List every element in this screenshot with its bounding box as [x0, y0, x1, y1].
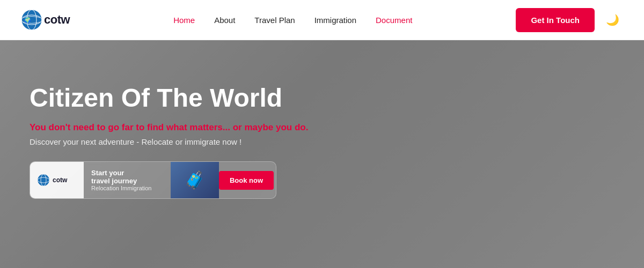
header-right: Get In Touch 🌙: [516, 8, 623, 32]
nav-item-travel-plan[interactable]: Travel Plan: [254, 16, 295, 25]
promo-banner: cotw Start your travel journey Relocatio…: [30, 161, 276, 199]
banner-globe-icon: [38, 174, 49, 186]
banner-relocation-text: Relocation Immigration: [91, 185, 163, 191]
hero-title: Citizen Of The World: [30, 83, 333, 113]
nav-item-document[interactable]: Document: [376, 16, 412, 25]
banner-journey-text: travel journey: [91, 177, 163, 185]
logo-globe-icon: 🌍: [21, 10, 42, 30]
header: 🌍 cotw Home About Travel Plan Immigratio…: [0, 0, 644, 40]
banner-logo-text: cotw: [53, 176, 67, 184]
banner-start-text: Start your: [91, 169, 124, 177]
hero-section: Citizen Of The World You don't need to g…: [0, 40, 644, 268]
banner-image: 🧳: [171, 161, 219, 199]
dark-mode-toggle[interactable]: 🌙: [603, 10, 623, 29]
logo-text: cotw: [44, 13, 70, 27]
banner-logo: cotw: [30, 162, 84, 198]
main-nav: Home About Travel Plan Immigration Docum…: [173, 16, 412, 25]
hero-description: Discover your next adventure - Relocate …: [30, 137, 333, 146]
banner-text: Start your travel journey Relocation Imm…: [84, 169, 171, 191]
hero-subtitle: You don't need to go far to find what ma…: [30, 122, 333, 133]
nav-item-immigration[interactable]: Immigration: [314, 16, 356, 25]
svg-text:🌍: 🌍: [24, 17, 31, 24]
banner-luggage-icon: 🧳: [171, 161, 219, 199]
nav-item-about[interactable]: About: [214, 16, 235, 25]
logo[interactable]: 🌍 cotw: [21, 10, 70, 30]
book-now-button[interactable]: Book now: [219, 171, 274, 190]
svg-point-6: [38, 174, 49, 186]
nav-item-home[interactable]: Home: [173, 16, 195, 25]
hero-content: Citizen Of The World You don't need to g…: [0, 40, 333, 199]
get-in-touch-button[interactable]: Get In Touch: [516, 8, 595, 32]
